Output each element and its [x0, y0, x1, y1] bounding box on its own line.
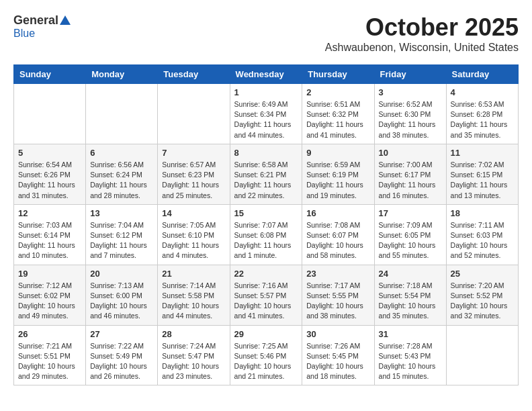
calendar-cell: 15Sunrise: 7:07 AM Sunset: 6:08 PM Dayli… — [230, 204, 302, 265]
day-info: Sunrise: 7:09 AM Sunset: 6:05 PM Dayligh… — [379, 220, 442, 261]
calendar-cell: 10Sunrise: 7:00 AM Sunset: 6:17 PM Dayli… — [374, 144, 446, 204]
weekday-header-monday: Monday — [86, 65, 158, 84]
calendar-cell: 1Sunrise: 6:49 AM Sunset: 6:34 PM Daylig… — [230, 84, 302, 144]
day-info: Sunrise: 7:02 AM Sunset: 6:15 PM Dayligh… — [451, 160, 514, 201]
calendar-cell: 8Sunrise: 6:58 AM Sunset: 6:21 PM Daylig… — [230, 144, 302, 204]
day-info: Sunrise: 6:57 AM Sunset: 6:23 PM Dayligh… — [162, 160, 225, 201]
calendar-cell: 9Sunrise: 6:59 AM Sunset: 6:19 PM Daylig… — [302, 144, 374, 204]
day-number: 29 — [234, 329, 298, 339]
day-info: Sunrise: 7:26 AM Sunset: 5:45 PM Dayligh… — [306, 341, 369, 382]
day-number: 26 — [18, 329, 81, 339]
calendar-week-row: 26Sunrise: 7:21 AM Sunset: 5:51 PM Dayli… — [14, 325, 519, 385]
calendar-cell: 27Sunrise: 7:22 AM Sunset: 5:49 PM Dayli… — [86, 325, 158, 385]
day-number: 27 — [90, 329, 153, 339]
calendar-cell: 22Sunrise: 7:16 AM Sunset: 5:57 PM Dayli… — [230, 265, 302, 325]
day-number: 31 — [379, 329, 442, 339]
day-info: Sunrise: 6:53 AM Sunset: 6:28 PM Dayligh… — [451, 99, 514, 140]
day-number: 4 — [451, 87, 514, 97]
calendar-cell: 5Sunrise: 6:54 AM Sunset: 6:26 PM Daylig… — [14, 144, 86, 204]
day-number: 18 — [451, 208, 514, 218]
calendar-week-row: 19Sunrise: 7:12 AM Sunset: 6:02 PM Dayli… — [14, 265, 519, 325]
header: General Blue October 2025 Ashwaubenon, W… — [13, 13, 519, 54]
day-info: Sunrise: 6:51 AM Sunset: 6:32 PM Dayligh… — [306, 99, 369, 140]
day-info: Sunrise: 6:54 AM Sunset: 6:26 PM Dayligh… — [18, 160, 81, 201]
weekday-header-friday: Friday — [374, 65, 446, 84]
day-number: 13 — [90, 208, 153, 218]
day-info: Sunrise: 7:05 AM Sunset: 6:10 PM Dayligh… — [162, 220, 225, 261]
calendar-cell — [14, 84, 86, 144]
day-info: Sunrise: 7:28 AM Sunset: 5:43 PM Dayligh… — [379, 341, 442, 382]
day-number: 5 — [18, 148, 81, 158]
calendar-cell: 14Sunrise: 7:05 AM Sunset: 6:10 PM Dayli… — [158, 204, 230, 265]
day-info: Sunrise: 7:08 AM Sunset: 6:07 PM Dayligh… — [306, 220, 369, 261]
calendar-cell: 11Sunrise: 7:02 AM Sunset: 6:15 PM Dayli… — [446, 144, 518, 204]
day-number: 23 — [306, 269, 369, 279]
day-number: 15 — [234, 208, 298, 218]
day-info: Sunrise: 7:12 AM Sunset: 6:02 PM Dayligh… — [18, 281, 81, 322]
calendar-cell: 2Sunrise: 6:51 AM Sunset: 6:32 PM Daylig… — [302, 84, 374, 144]
day-info: Sunrise: 7:21 AM Sunset: 5:51 PM Dayligh… — [18, 341, 81, 382]
day-number: 3 — [379, 87, 442, 97]
day-number: 30 — [306, 329, 369, 339]
calendar-cell — [446, 325, 518, 385]
month-title: October 2025 — [325, 13, 519, 42]
calendar-cell: 21Sunrise: 7:14 AM Sunset: 5:58 PM Dayli… — [158, 265, 230, 325]
calendar-cell: 25Sunrise: 7:20 AM Sunset: 5:52 PM Dayli… — [446, 265, 518, 325]
day-number: 6 — [90, 148, 153, 158]
calendar-cell: 30Sunrise: 7:26 AM Sunset: 5:45 PM Dayli… — [302, 325, 374, 385]
calendar-cell: 31Sunrise: 7:28 AM Sunset: 5:43 PM Dayli… — [374, 325, 446, 385]
day-info: Sunrise: 6:52 AM Sunset: 6:30 PM Dayligh… — [379, 99, 442, 140]
calendar-cell: 17Sunrise: 7:09 AM Sunset: 6:05 PM Dayli… — [374, 204, 446, 265]
day-number: 14 — [162, 208, 225, 218]
calendar-cell: 16Sunrise: 7:08 AM Sunset: 6:07 PM Dayli… — [302, 204, 374, 265]
day-number: 10 — [379, 148, 442, 158]
day-info: Sunrise: 7:14 AM Sunset: 5:58 PM Dayligh… — [162, 281, 225, 322]
day-info: Sunrise: 7:17 AM Sunset: 5:55 PM Dayligh… — [306, 281, 369, 322]
calendar-cell: 28Sunrise: 7:24 AM Sunset: 5:47 PM Dayli… — [158, 325, 230, 385]
day-number: 11 — [451, 148, 514, 158]
day-info: Sunrise: 7:16 AM Sunset: 5:57 PM Dayligh… — [234, 281, 298, 322]
weekday-header-wednesday: Wednesday — [230, 65, 302, 84]
calendar-cell: 19Sunrise: 7:12 AM Sunset: 6:02 PM Dayli… — [14, 265, 86, 325]
day-info: Sunrise: 7:24 AM Sunset: 5:47 PM Dayligh… — [162, 341, 225, 382]
day-number: 2 — [306, 87, 369, 97]
day-info: Sunrise: 6:49 AM Sunset: 6:34 PM Dayligh… — [234, 99, 298, 140]
day-number: 22 — [234, 269, 298, 279]
calendar-cell: 3Sunrise: 6:52 AM Sunset: 6:30 PM Daylig… — [374, 84, 446, 144]
calendar-cell: 13Sunrise: 7:04 AM Sunset: 6:12 PM Dayli… — [86, 204, 158, 265]
day-number: 17 — [379, 208, 442, 218]
day-number: 28 — [162, 329, 225, 339]
calendar-week-row: 1Sunrise: 6:49 AM Sunset: 6:34 PM Daylig… — [14, 84, 519, 144]
day-number: 8 — [234, 148, 298, 158]
logo-blue: Blue — [13, 28, 35, 40]
calendar-table: SundayMondayTuesdayWednesdayThursdayFrid… — [13, 64, 519, 385]
logo-triangle-icon — [60, 15, 71, 25]
day-info: Sunrise: 7:13 AM Sunset: 6:00 PM Dayligh… — [90, 281, 153, 322]
calendar-cell: 4Sunrise: 6:53 AM Sunset: 6:28 PM Daylig… — [446, 84, 518, 144]
logo-general: General — [13, 13, 58, 28]
day-number: 25 — [451, 269, 514, 279]
day-info: Sunrise: 6:59 AM Sunset: 6:19 PM Dayligh… — [306, 160, 369, 201]
calendar-cell: 24Sunrise: 7:18 AM Sunset: 5:54 PM Dayli… — [374, 265, 446, 325]
calendar-cell: 12Sunrise: 7:03 AM Sunset: 6:14 PM Dayli… — [14, 204, 86, 265]
day-number: 20 — [90, 269, 153, 279]
calendar-cell: 18Sunrise: 7:11 AM Sunset: 6:03 PM Dayli… — [446, 204, 518, 265]
day-number: 7 — [162, 148, 225, 158]
weekday-header-tuesday: Tuesday — [158, 65, 230, 84]
location-title: Ashwaubenon, Wisconsin, United States — [325, 42, 519, 54]
calendar-cell: 20Sunrise: 7:13 AM Sunset: 6:00 PM Dayli… — [86, 265, 158, 325]
day-number: 21 — [162, 269, 225, 279]
logo-text: General — [13, 13, 71, 28]
weekday-header-thursday: Thursday — [302, 65, 374, 84]
day-info: Sunrise: 7:03 AM Sunset: 6:14 PM Dayligh… — [18, 220, 81, 261]
day-number: 9 — [306, 148, 369, 158]
calendar-cell: 6Sunrise: 6:56 AM Sunset: 6:24 PM Daylig… — [86, 144, 158, 204]
day-info: Sunrise: 6:56 AM Sunset: 6:24 PM Dayligh… — [90, 160, 153, 201]
day-info: Sunrise: 7:04 AM Sunset: 6:12 PM Dayligh… — [90, 220, 153, 261]
weekday-header-row: SundayMondayTuesdayWednesdayThursdayFrid… — [14, 65, 519, 84]
day-number: 24 — [379, 269, 442, 279]
calendar-week-row: 5Sunrise: 6:54 AM Sunset: 6:26 PM Daylig… — [14, 144, 519, 204]
day-info: Sunrise: 7:25 AM Sunset: 5:46 PM Dayligh… — [234, 341, 298, 382]
day-info: Sunrise: 6:58 AM Sunset: 6:21 PM Dayligh… — [234, 160, 298, 201]
calendar-cell: 7Sunrise: 6:57 AM Sunset: 6:23 PM Daylig… — [158, 144, 230, 204]
